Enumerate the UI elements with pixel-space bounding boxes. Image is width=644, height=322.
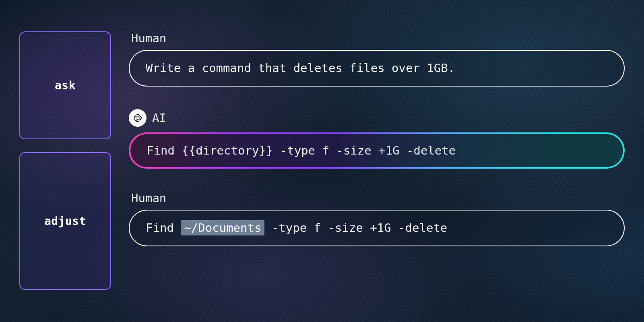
- ai-header-row: AI: [129, 109, 625, 127]
- stage-adjust-label: adjust: [44, 215, 86, 228]
- spacer: [129, 169, 625, 191]
- ai-bubble-border: Find {{directory}} -type f -size +1G -de…: [129, 132, 625, 169]
- conversation-column: Human Write a command that deletes files…: [129, 31, 625, 246]
- human-bubble-1: Write a command that deletes files over …: [129, 50, 625, 87]
- openai-logo-icon: [129, 109, 147, 127]
- human-bubble-2: Find ~/Documents -type f -size +1G -dele…: [129, 210, 625, 246]
- stage-column: ask adjust: [19, 31, 111, 290]
- spacer: [129, 87, 625, 109]
- ai-text-suffix: -type f -size +1G -delete: [273, 144, 456, 157]
- ai-bubble: Find {{directory}} -type f -size +1G -de…: [130, 134, 623, 167]
- human-2-prefix: Find: [146, 221, 181, 235]
- human-label-2: Human: [131, 191, 625, 205]
- stage-adjust-box: adjust: [19, 152, 111, 290]
- svg-marker-0: [136, 116, 139, 120]
- stage-ask-label: ask: [55, 79, 76, 92]
- ai-text-placeholder: {{directory}}: [182, 144, 273, 157]
- stage-ask-box: ask: [19, 31, 111, 139]
- diagram-stage: ask adjust Human Write a command that de…: [0, 0, 644, 322]
- human-label-1: Human: [131, 31, 625, 45]
- openai-logo-svg: [132, 112, 144, 124]
- ai-label: AI: [152, 111, 166, 125]
- human-2-filled-value: ~/Documents: [181, 220, 264, 235]
- human-2-suffix: -type f -size +1G -delete: [264, 221, 447, 235]
- ai-text-prefix: Find: [147, 144, 182, 157]
- human-1-text: Write a command that deletes files over …: [146, 61, 455, 75]
